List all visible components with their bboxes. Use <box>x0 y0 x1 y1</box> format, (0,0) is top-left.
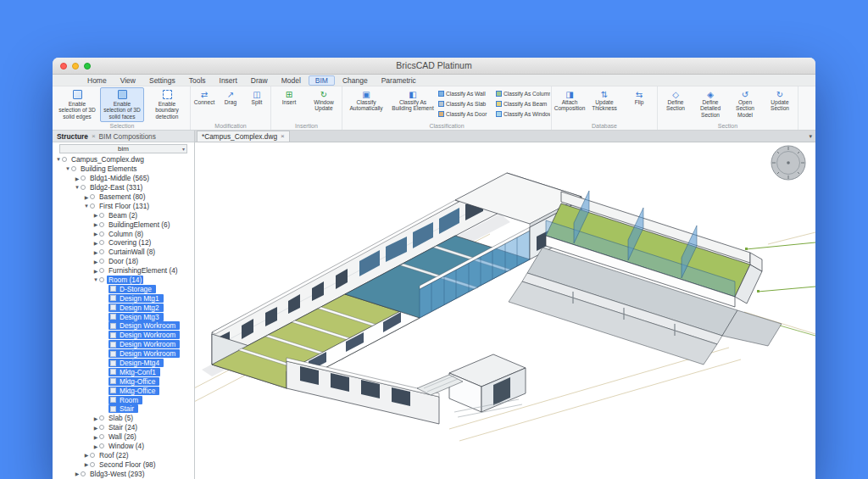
disclosure-right-icon[interactable]: ▶ <box>92 221 99 227</box>
visibility-circle-icon[interactable] <box>99 231 104 237</box>
visibility-circle-icon[interactable] <box>99 443 104 448</box>
ribbon-tab-settings[interactable]: Settings <box>143 75 181 86</box>
disclosure-right-icon[interactable]: ▶ <box>83 461 90 467</box>
disclosure-right-icon[interactable]: ▶ <box>92 240 99 246</box>
visibility-circle-icon[interactable] <box>90 462 95 467</box>
disclosure-right-icon[interactable]: ▶ <box>92 434 99 440</box>
disclosure-right-icon[interactable]: ▶ <box>92 415 99 421</box>
tree-row[interactable]: ▶Basement (80) <box>53 192 194 202</box>
visibility-circle-icon[interactable] <box>99 249 104 254</box>
ribbon-tab-draw[interactable]: Draw <box>245 75 274 86</box>
visibility-circle-icon[interactable] <box>71 166 76 171</box>
visibility-circle-icon[interactable] <box>99 259 104 264</box>
visibility-circle-icon[interactable] <box>90 453 95 458</box>
zoom-button[interactable] <box>84 63 91 70</box>
tree-row[interactable]: D-Storage <box>53 284 194 293</box>
visibility-circle-icon[interactable] <box>99 222 104 227</box>
visibility-circle-icon[interactable] <box>99 268 104 273</box>
enable-selection-of-3d-solid-faces-button[interactable]: Enable selection of 3D solid faces <box>100 87 144 122</box>
disclosure-right-icon[interactable]: ▶ <box>74 175 81 181</box>
visibility-circle-icon[interactable] <box>81 471 86 476</box>
tree-row[interactable]: ▶Second Floor (98) <box>53 460 194 469</box>
minimize-button[interactable] <box>72 63 79 70</box>
tree-row[interactable]: ▼Building Elements <box>53 164 194 174</box>
disclosure-right-icon[interactable]: ▶ <box>92 259 99 265</box>
classify-as-building-element-button[interactable]: ◧Classify As Building Element <box>390 87 436 114</box>
ribbon-tab-change[interactable]: Change <box>337 75 374 86</box>
insert-button[interactable]: ⊞Insert <box>272 87 306 108</box>
tab-bim-compositions[interactable]: BIM Compositions <box>99 132 156 141</box>
tree-row[interactable]: Design Mtg2 <box>53 303 194 312</box>
tree-row[interactable]: ▶Roof (22) <box>53 451 194 460</box>
disclosure-down-icon[interactable]: ▼ <box>83 203 90 209</box>
visibility-circle-icon[interactable] <box>99 425 104 430</box>
disclosure-down-icon[interactable]: ▼ <box>64 166 71 171</box>
classify-as-door-button[interactable]: Classify As Door <box>437 109 492 119</box>
visibility-circle-icon[interactable] <box>90 203 95 209</box>
drag-button[interactable]: ↗Drag <box>218 87 243 108</box>
tree-row[interactable]: ▶Bldg3-West (293) <box>53 469 194 478</box>
model-viewport[interactable] <box>195 142 815 479</box>
tree-row[interactable]: Stair <box>53 404 194 414</box>
tree-row[interactable]: Design Mtg1 <box>53 293 194 303</box>
tree-row[interactable]: Mktg-Office <box>53 386 194 395</box>
visibility-circle-icon[interactable] <box>81 185 86 190</box>
visibility-circle-icon[interactable] <box>62 157 67 162</box>
tree-row[interactable]: Design Workroom <box>53 331 194 340</box>
disclosure-right-icon[interactable]: ▶ <box>92 212 99 218</box>
tree-row[interactable]: Design-Mtg4 <box>53 359 194 368</box>
visibility-circle-icon[interactable] <box>99 434 104 439</box>
tree-row[interactable]: ▶Wall (26) <box>53 432 194 442</box>
disclosure-right-icon[interactable]: ▶ <box>74 471 81 476</box>
visibility-circle-icon[interactable] <box>99 240 104 245</box>
visibility-circle-icon[interactable] <box>90 194 95 199</box>
tree-row[interactable]: ▶Stair (24) <box>53 423 194 432</box>
define-detailed-section-button[interactable]: ◈Define Detailed Section <box>693 87 727 120</box>
tree-row[interactable]: Mktg-Office <box>53 376 194 386</box>
visibility-circle-icon[interactable] <box>81 175 86 181</box>
disclosure-right-icon[interactable]: ▶ <box>83 452 90 458</box>
structure-tree[interactable]: ▼Campus_Complex.dwg▼Building Elements▶Bl… <box>53 154 194 479</box>
visibility-circle-icon[interactable] <box>99 277 104 282</box>
ribbon-tab-model[interactable]: Model <box>275 75 307 86</box>
tree-row[interactable]: Design Workroom <box>53 340 194 349</box>
ribbon-tab-tools[interactable]: Tools <box>183 75 212 86</box>
tree-row[interactable]: ▶Slab (5) <box>53 414 194 423</box>
document-list-chevron-icon[interactable]: ▾ <box>809 133 812 140</box>
tree-row[interactable]: Design Mtg3 <box>53 312 194 321</box>
classify-as-window-button[interactable]: Classify As Window <box>494 109 550 119</box>
tree-row[interactable]: ▶Door (18) <box>53 257 194 266</box>
classify-as-beam-button[interactable]: Classify As Beam <box>494 98 550 109</box>
disclosure-down-icon[interactable]: ▼ <box>92 277 99 282</box>
disclosure-right-icon[interactable]: ▶ <box>92 231 99 237</box>
navigation-compass[interactable] <box>771 146 805 180</box>
ribbon-tab-insert[interactable]: Insert <box>214 75 243 86</box>
update-thickness-button[interactable]: ⇅Update Thickness <box>587 87 621 114</box>
tree-row[interactable]: ▶Covering (12) <box>53 238 194 248</box>
split-button[interactable]: ◫Split <box>244 87 270 108</box>
attach-composition-button[interactable]: ◨Attach Composition <box>553 87 587 114</box>
tab-structure[interactable]: Structure <box>57 132 88 141</box>
tree-row[interactable]: Design Workroom <box>53 321 194 331</box>
classify-automatically-button[interactable]: ▣Classify Automatically <box>343 87 389 114</box>
enable-boundary-detection-button[interactable]: Enable boundary detection <box>145 87 189 122</box>
visibility-circle-icon[interactable] <box>99 213 104 218</box>
tree-row[interactable]: ▼First Floor (131) <box>53 201 194 210</box>
disclosure-down-icon[interactable]: ▼ <box>74 185 81 190</box>
tree-row[interactable]: ▶BuildingElement (6) <box>53 220 194 229</box>
enable-selection-of-3d-solid-edges-button[interactable]: Enable selection of 3D solid edges <box>55 87 99 122</box>
close-button[interactable] <box>60 63 67 70</box>
classify-as-column-button[interactable]: Classify As Column <box>494 88 550 98</box>
open-section-model-button[interactable]: ↺Open Section Model <box>728 87 762 120</box>
classify-as-wall-button[interactable]: Classify As Wall <box>437 88 492 98</box>
document-close-icon[interactable]: × <box>281 131 285 142</box>
tree-row[interactable]: ▶FurnishingElement (4) <box>53 266 194 276</box>
connect-button[interactable]: ⇄Connect <box>192 87 217 108</box>
disclosure-right-icon[interactable]: ▶ <box>92 425 99 431</box>
classify-as-slab-button[interactable]: Classify As Slab <box>437 98 492 109</box>
disclosure-right-icon[interactable]: ▶ <box>92 249 99 255</box>
ribbon-tab-view[interactable]: View <box>114 75 142 86</box>
visibility-circle-icon[interactable] <box>99 415 104 421</box>
tree-row[interactable]: ▼Campus_Complex.dwg <box>53 155 194 164</box>
flip-button[interactable]: ⇆Flip <box>622 87 656 108</box>
